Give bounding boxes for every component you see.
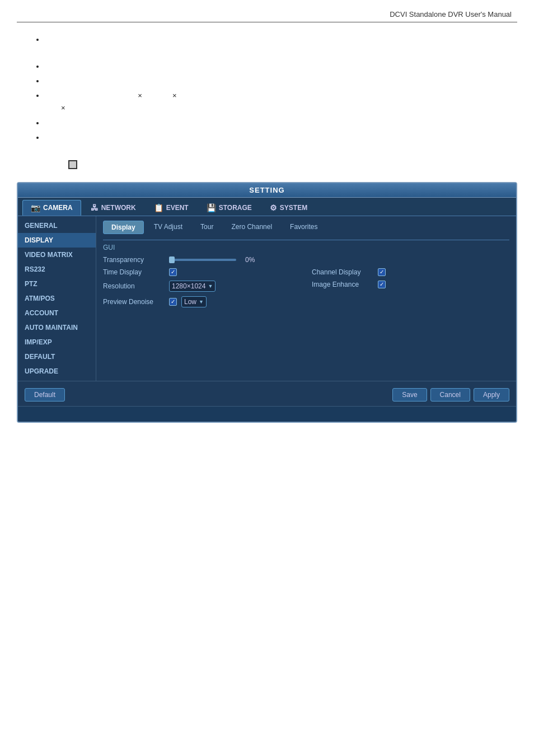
time-display-row: Time Display [103, 268, 301, 276]
sub-tabs: Display TV Adjust Tour Zero Channel Favo… [103, 221, 509, 234]
nav-tab-system[interactable]: ⚙ SYSTEM [261, 200, 316, 216]
preview-denoise-select[interactable]: Low ▼ [181, 296, 207, 307]
channel-display-checkbox[interactable] [378, 268, 386, 276]
sidebar: GENERAL DISPLAY VIDEO MATRIX RS232 PTZ A… [18, 216, 96, 381]
time-display-checkbox[interactable] [169, 268, 177, 276]
col-right: Channel Display Image Enhance [312, 268, 509, 312]
time-display-label: Time Display [103, 268, 165, 276]
event-nav-icon: 📋 [154, 203, 163, 212]
sidebar-item-account[interactable]: ACCOUNT [18, 306, 96, 320]
sidebar-item-rs232[interactable]: RS232 [18, 262, 96, 277]
save-button[interactable]: Save [392, 388, 427, 402]
system-nav-icon: ⚙ [270, 203, 277, 212]
camera-nav-icon: 📷 [31, 203, 40, 212]
preview-denoise-row: Preview Denoise Low ▼ [103, 296, 301, 307]
sidebar-item-video-matrix[interactable]: VIDEO MATRIX [18, 248, 96, 262]
bullet-5 [45, 117, 500, 129]
sidebar-item-upgrade[interactable]: UPGRADE [18, 364, 96, 379]
channel-display-label: Channel Display [312, 268, 373, 276]
nav-tab-network[interactable]: 🖧 NETWORK [82, 200, 144, 216]
preview-denoise-value: Low [184, 298, 196, 306]
sub-tab-zero-channel[interactable]: Zero Channel [223, 221, 280, 234]
transparency-label: Transparency [103, 256, 165, 264]
transparency-thumb[interactable] [169, 256, 175, 263]
nav-tab-system-label: SYSTEM [280, 204, 307, 212]
sidebar-item-display[interactable]: DISPLAY [18, 233, 96, 248]
resolution-value: 1280×1024 [172, 282, 205, 290]
sub-tab-tour[interactable]: Tour [193, 221, 221, 234]
text-body: × × × [0, 28, 534, 171]
preview-denoise-arrow-icon: ▼ [199, 299, 204, 305]
sidebar-item-default[interactable]: DEFAULT [18, 349, 96, 364]
action-buttons: Save Cancel Apply [392, 388, 509, 402]
sub-tab-display[interactable]: Display [103, 221, 144, 234]
transparency-track[interactable] [169, 259, 236, 261]
col-left: Time Display Resolution 1280×1024 ▼ [103, 268, 301, 312]
resolution-label: Resolution [103, 282, 165, 290]
content-spacer [103, 312, 509, 357]
apply-button[interactable]: Apply [474, 388, 509, 402]
header-divider [17, 22, 517, 22]
setting-title: SETTING [18, 183, 516, 198]
bullet-1 [45, 34, 500, 46]
preview-denoise-checkbox[interactable] [169, 298, 177, 306]
sub-tab-tv-adjust[interactable]: TV Adjust [146, 221, 190, 234]
default-button[interactable]: Default [25, 388, 65, 402]
gui-section: GUI Transparency 0% Time Display [103, 240, 509, 312]
main-layout: GENERAL DISPLAY VIDEO MATRIX RS232 PTZ A… [18, 216, 516, 381]
nav-tab-event[interactable]: 📋 EVENT [146, 200, 197, 216]
sidebar-item-atm-pos[interactable]: ATM/POS [18, 291, 96, 306]
storage-nav-icon: 💾 [207, 203, 216, 212]
nav-tab-camera-label: CAMERA [43, 204, 73, 212]
transparency-row: Transparency 0% [103, 256, 509, 264]
nav-tab-network-label: NETWORK [101, 204, 136, 212]
nav-tab-event-label: EVENT [166, 204, 189, 212]
two-col-layout: Time Display Resolution 1280×1024 ▼ [103, 268, 509, 312]
nav-tabs-row: 📷 CAMERA 🖧 NETWORK 📋 EVENT 💾 STORAGE ⚙ S… [18, 198, 516, 216]
status-bar [18, 406, 516, 422]
image-enhance-row: Image Enhance [312, 281, 509, 288]
image-enhance-checkbox[interactable] [378, 281, 386, 288]
page-title: DCVI Standalone DVR User's Manual [0, 0, 534, 22]
channel-display-row: Channel Display [312, 268, 509, 276]
sidebar-item-auto-maintain[interactable]: AUTO MAINTAIN [18, 320, 96, 335]
image-enhance-label: Image Enhance [312, 281, 373, 288]
sidebar-item-imp-exp[interactable]: IMP/EXP [18, 335, 96, 349]
bullet-2 [45, 60, 500, 73]
bottom-bar: Default Save Cancel Apply [18, 381, 516, 406]
content-area: Display TV Adjust Tour Zero Channel Favo… [96, 216, 516, 381]
transparency-value: 0% [245, 256, 255, 264]
preview-denoise-label: Preview Denoise [103, 298, 165, 306]
sidebar-item-ptz[interactable]: PTZ [18, 277, 96, 291]
bullet-4: × × × [45, 90, 500, 114]
network-nav-icon: 🖧 [91, 203, 99, 212]
resolution-arrow-icon: ▼ [208, 283, 213, 289]
nav-tab-storage[interactable]: 💾 STORAGE [198, 200, 260, 216]
resolution-row: Resolution 1280×1024 ▼ [103, 281, 301, 292]
sidebar-item-general[interactable]: GENERAL [18, 218, 96, 233]
gui-label: GUI [103, 244, 509, 251]
nav-tab-storage-label: STORAGE [219, 204, 252, 212]
sub-tab-favorites[interactable]: Favorites [282, 221, 325, 234]
bullet-3 [45, 75, 500, 87]
cancel-button[interactable]: Cancel [430, 388, 470, 402]
icon-box [68, 160, 77, 169]
bullet-6 [45, 132, 500, 144]
setting-dialog: SETTING 📷 CAMERA 🖧 NETWORK 📋 EVENT 💾 STO… [17, 182, 517, 423]
nav-tab-camera[interactable]: 📷 CAMERA [22, 200, 81, 216]
icon-box-wrapper [67, 158, 500, 171]
resolution-select[interactable]: 1280×1024 ▼ [169, 281, 216, 292]
